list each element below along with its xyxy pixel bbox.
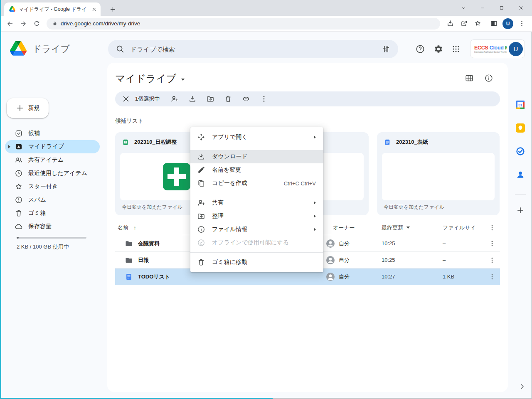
new-tab-button[interactable] (107, 4, 118, 15)
sidebar-nav: 候補 マイドライブ 共有アイテム 最近使用したアイテム スター付き (0, 127, 106, 233)
search-icon (116, 44, 125, 54)
side-panel-icon[interactable] (487, 17, 501, 30)
suggestion-card-doc[interactable]: 202310_表紙 今日変更を加えたファイル (377, 132, 500, 215)
page-title: マイドライブ (115, 72, 176, 85)
keep-icon[interactable] (515, 123, 525, 133)
window-controls (454, 0, 530, 16)
product-name: ドライブ (32, 43, 70, 55)
menu-item-rename[interactable]: 名前を変更 (190, 163, 323, 177)
new-button[interactable]: 新規 (7, 98, 49, 118)
tab-title: マイドライブ - Google ドライブ (19, 6, 87, 13)
contacts-icon[interactable] (515, 170, 525, 180)
rail-divider (515, 195, 526, 195)
share-person-add-icon (197, 199, 205, 207)
selection-toolbar: 1個選択中 (115, 91, 500, 106)
organize-folder-icon (197, 212, 205, 220)
chevron-down-icon (181, 79, 185, 81)
back-button[interactable] (3, 17, 17, 30)
clear-selection-icon[interactable] (122, 95, 130, 103)
window-chevron-icon[interactable] (454, 0, 473, 16)
row-more-icon[interactable] (484, 240, 500, 247)
menu-item-download[interactable]: ダウンロード (190, 150, 323, 163)
bookmark-star-icon[interactable] (471, 17, 485, 30)
file-size: – (443, 240, 484, 246)
svg-text:31: 31 (518, 103, 522, 107)
sidebar-item-recent[interactable]: 最近使用したアイテム (5, 167, 100, 180)
column-header-owner[interactable]: オーナー (326, 224, 382, 232)
browser-profile-avatar[interactable]: U (502, 18, 513, 29)
tasks-icon[interactable] (515, 146, 525, 156)
menu-item-make-copy[interactable]: コピーを作成 Ctrl+C Ctrl+V (190, 177, 323, 190)
trash-icon[interactable] (219, 91, 237, 106)
drive-logo-icon[interactable] (10, 41, 27, 56)
search-filter-icon[interactable] (382, 44, 391, 54)
forward-button[interactable] (17, 17, 30, 30)
sheets-logo (163, 163, 190, 190)
sort-descending-icon (406, 227, 410, 229)
page-title-dropdown[interactable]: マイドライブ (115, 72, 185, 85)
tab-close-icon[interactable] (91, 6, 97, 12)
sidebar-item-suggested[interactable]: 候補 (5, 127, 100, 140)
expand-side-panel-icon[interactable] (517, 382, 527, 392)
menu-item-organize[interactable]: 整理 (190, 209, 323, 223)
address-bar[interactable]: drive.google.com/drive/my-drive (47, 18, 440, 30)
settings-gear-icon[interactable] (433, 43, 444, 55)
menu-item-file-info[interactable]: ファイル情報 (190, 223, 323, 236)
task-check-icon (15, 129, 23, 138)
my-drive-icon (15, 143, 23, 151)
docs-file-icon (384, 138, 391, 146)
sort-ascending-icon: ↑ (133, 224, 136, 231)
capture-border-left (0, 0, 1, 399)
spam-icon (15, 196, 23, 204)
sidebar-item-my-drive[interactable]: マイドライブ (5, 140, 100, 153)
menu-item-share[interactable]: 共有 (190, 196, 323, 209)
plus-icon (16, 104, 24, 112)
account-avatar[interactable]: U (509, 42, 523, 56)
submenu-arrow-icon (314, 228, 316, 231)
menu-item-open-with[interactable]: アプリで開く (190, 131, 323, 144)
window-minimize-icon[interactable] (473, 0, 492, 16)
sidebar-item-trash[interactable]: ゴミ箱 (5, 207, 100, 220)
sidebar-item-starred[interactable]: スター付き (5, 180, 100, 193)
help-icon[interactable] (414, 43, 426, 55)
get-addons-plus-icon[interactable] (515, 205, 525, 215)
move-to-folder-icon[interactable] (201, 91, 219, 106)
share-person-add-icon[interactable] (165, 91, 183, 106)
drive-favicon-icon (9, 6, 15, 12)
download-icon[interactable] (183, 91, 201, 106)
search-input[interactable] (131, 46, 376, 53)
reload-button[interactable] (30, 17, 43, 30)
window-close-icon[interactable] (511, 0, 530, 16)
submenu-arrow-icon (314, 214, 316, 218)
folder-icon (125, 239, 133, 248)
menu-item-move-to-trash[interactable]: ゴミ箱に移動 (190, 256, 323, 269)
calendar-icon[interactable]: 31 (515, 100, 525, 110)
expand-caret-icon[interactable] (8, 145, 10, 148)
column-header-modified[interactable]: 最終更新 (382, 224, 443, 232)
window-maximize-icon[interactable] (492, 0, 511, 16)
account-badge[interactable]: ECCS Cloud Mail Information Technology C… (470, 39, 525, 58)
search-bar[interactable] (108, 40, 398, 58)
more-actions-icon[interactable] (255, 91, 273, 106)
google-apps-grid-icon[interactable] (450, 43, 462, 55)
grid-view-toggle-icon[interactable] (464, 73, 475, 84)
save-page-icon[interactable] (443, 17, 457, 30)
browser-menu-icon[interactable] (515, 17, 529, 30)
column-header-more-icon[interactable] (484, 224, 500, 232)
browser-tab-strip: マイドライブ - Google ドライブ (0, 0, 532, 16)
url-text: drive.google.com/drive/my-drive (61, 20, 140, 27)
row-more-icon[interactable] (484, 256, 500, 264)
sidebar-item-storage[interactable]: 保存容量 (5, 220, 100, 233)
column-header-size[interactable]: ファイルサイ (443, 224, 484, 232)
sidebar-item-shared[interactable]: 共有アイテム (5, 153, 100, 167)
account-badge-subtitle: Information Technology Center, The Unive… (474, 51, 507, 53)
copy-link-icon[interactable] (237, 91, 255, 106)
card-thumbnail (382, 153, 495, 200)
share-icon[interactable] (457, 17, 471, 30)
row-more-icon[interactable] (484, 273, 500, 281)
sidebar-item-spam[interactable]: スパム (5, 193, 100, 207)
menu-item-offline: オフラインで使用可能にする (190, 236, 323, 249)
details-info-icon[interactable] (483, 73, 494, 84)
browser-tab[interactable]: マイドライブ - Google ドライブ (4, 2, 101, 16)
cloud-icon (15, 222, 23, 231)
